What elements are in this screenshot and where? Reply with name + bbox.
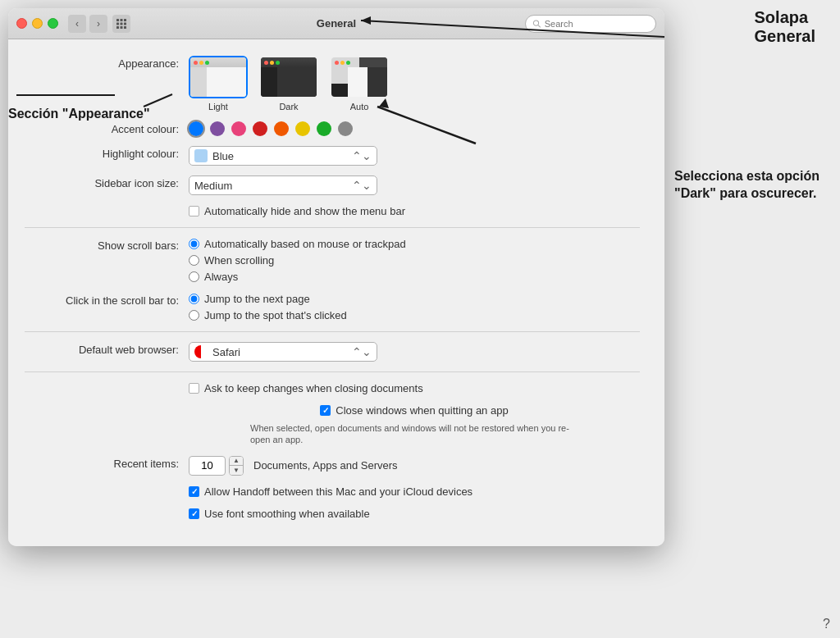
- appearance-options: Light: [189, 56, 640, 112]
- theme-light[interactable]: Light: [189, 56, 248, 112]
- ask-keep-checkbox[interactable]: [189, 383, 199, 394]
- theme-light-thumbnail[interactable]: [189, 56, 248, 98]
- svg-rect-2: [124, 19, 126, 21]
- separator-3: [25, 371, 640, 372]
- accent-red[interactable]: [253, 121, 267, 136]
- highlight-colour-content: Blue ⌃⌄: [189, 146, 640, 166]
- svg-rect-7: [121, 26, 123, 29]
- sidebar-icon-size-content: Medium ⌃⌄: [189, 175, 640, 195]
- forward-button[interactable]: ›: [89, 15, 107, 33]
- scroll-when-label: When scrolling: [204, 254, 274, 267]
- annotation-seccion: Sección "Appearance": [8, 107, 150, 121]
- scroll-jump-page-radio[interactable]: Jump to the next page: [189, 293, 347, 305]
- accent-colour-label: Accent colour:: [25, 121, 189, 135]
- svg-rect-3: [116, 22, 119, 25]
- font-smoothing-checkbox-row[interactable]: Use font smoothing when available: [189, 508, 370, 520]
- back-button[interactable]: ‹: [68, 15, 86, 33]
- font-smoothing-checkbox[interactable]: [189, 508, 199, 519]
- recent-items-input[interactable]: [189, 456, 226, 476]
- recent-items-arrows: ▲ ▼: [229, 456, 244, 476]
- svg-rect-4: [121, 22, 123, 25]
- safari-icon: [194, 345, 208, 358]
- click-scroll-bar-row: Click in the scroll bar to: Jump to the …: [8, 293, 640, 321]
- grid-button[interactable]: [112, 15, 130, 33]
- scroll-jump-page-input[interactable]: [189, 294, 199, 304]
- separator-2: [25, 331, 640, 332]
- scroll-when-scrolling-radio[interactable]: When scrolling: [189, 254, 406, 267]
- menu-bar-checkbox[interactable]: [189, 206, 199, 216]
- default-browser-row: Default web browser: Safari ⌃⌄: [8, 342, 640, 362]
- show-scroll-bars-row: Show scroll bars: Automatically based on…: [8, 238, 640, 283]
- close-windows-subtext: When selected, open documents and window…: [250, 422, 578, 446]
- recent-items-label: Recent items:: [25, 456, 189, 470]
- scroll-auto-input[interactable]: [189, 239, 199, 249]
- default-browser-dropdown[interactable]: Safari ⌃⌄: [189, 342, 377, 362]
- close-windows-checkbox-label: Close windows when quitting an app: [336, 404, 508, 417]
- theme-dark-label: Dark: [279, 102, 298, 112]
- default-browser-value: Safari: [212, 346, 240, 358]
- minimize-button[interactable]: [32, 18, 43, 29]
- sidebar-icon-size-label: Sidebar icon size:: [25, 175, 189, 189]
- accent-gray[interactable]: [338, 121, 353, 136]
- handoff-row: Allow Handoff between this Mac and your …: [8, 485, 640, 498]
- theme-dark[interactable]: Dark: [259, 56, 318, 112]
- appearance-label: Appearance:: [25, 56, 189, 70]
- separator-1: [25, 227, 640, 228]
- show-scroll-bars-content: Automatically based on mouse or trackpad…: [189, 238, 640, 283]
- highlight-colour-dropdown[interactable]: Blue ⌃⌄: [189, 146, 377, 166]
- highlight-colour-value: Blue: [212, 150, 234, 162]
- system-preferences-window: ‹ › General: [8, 8, 664, 546]
- theme-auto[interactable]: Auto: [330, 56, 389, 112]
- menu-bar-checkbox-label: Automatically hide and show the menu bar: [204, 205, 405, 217]
- sidebar-icon-size-dropdown[interactable]: Medium ⌃⌄: [189, 175, 377, 195]
- accent-purple[interactable]: [210, 121, 225, 136]
- ask-keep-row: Ask to keep changes when closing documen…: [8, 382, 640, 394]
- scroll-jump-spot-radio[interactable]: Jump to the spot that's clicked: [189, 309, 347, 321]
- font-smoothing-row: Use font smoothing when available: [8, 508, 640, 520]
- accent-yellow[interactable]: [295, 121, 310, 136]
- highlight-swatch: [194, 149, 208, 162]
- close-windows-checkbox[interactable]: [320, 405, 331, 416]
- maximize-button[interactable]: [48, 18, 58, 29]
- highlight-colour-label: Highlight colour:: [25, 146, 189, 160]
- accent-green[interactable]: [317, 121, 331, 136]
- highlight-colour-row: Highlight colour: Blue ⌃⌄: [8, 146, 640, 166]
- recent-items-stepper: ▲ ▼ Documents, Apps and Servers: [189, 456, 398, 476]
- scroll-always-input[interactable]: [189, 271, 199, 282]
- recent-items-content: ▲ ▼ Documents, Apps and Servers: [189, 456, 640, 476]
- svg-rect-6: [116, 26, 119, 29]
- scroll-always-radio[interactable]: Always: [189, 271, 406, 283]
- close-button[interactable]: [16, 18, 27, 29]
- theme-dark-thumbnail[interactable]: [259, 56, 318, 98]
- theme-auto-thumbnail[interactable]: [330, 56, 389, 98]
- recent-items-down[interactable]: ▼: [230, 466, 243, 475]
- handoff-content: Allow Handoff between this Mac and your …: [189, 485, 640, 498]
- search-input[interactable]: [545, 19, 649, 29]
- font-smoothing-checkbox-label: Use font smoothing when available: [204, 508, 370, 520]
- scroll-auto-label: Automatically based on mouse or trackpad: [204, 238, 406, 250]
- click-scroll-bar-content: Jump to the next page Jump to the spot t…: [189, 293, 640, 321]
- recent-items-up[interactable]: ▲: [230, 457, 243, 467]
- accent-blue[interactable]: [189, 121, 203, 136]
- scroll-when-input[interactable]: [189, 255, 199, 266]
- scroll-auto-radio[interactable]: Automatically based on mouse or trackpad: [189, 238, 406, 250]
- accent-pink[interactable]: [231, 121, 246, 136]
- close-windows-content: Close windows when quitting an app When …: [189, 404, 640, 446]
- menu-bar-checkbox-row[interactable]: Automatically hide and show the menu bar: [189, 205, 405, 217]
- help-question-mark[interactable]: ?: [823, 617, 830, 631]
- ask-keep-checkbox-label: Ask to keep changes when closing documen…: [204, 382, 423, 394]
- svg-rect-5: [124, 22, 126, 25]
- scroll-always-label: Always: [204, 271, 238, 283]
- scroll-jump-spot-input[interactable]: [189, 310, 199, 321]
- menu-bar-label: [25, 205, 189, 207]
- accent-orange[interactable]: [274, 121, 289, 136]
- accent-color-swatches: [189, 121, 353, 136]
- handoff-checkbox[interactable]: [189, 486, 199, 497]
- close-windows-checkbox-row[interactable]: Close windows when quitting an app: [320, 404, 508, 417]
- scroll-bars-radio-group: Automatically based on mouse or trackpad…: [189, 238, 406, 283]
- handoff-checkbox-row[interactable]: Allow Handoff between this Mac and your …: [189, 485, 472, 498]
- search-bar[interactable]: [525, 15, 656, 33]
- scroll-jump-spot-label: Jump to the spot that's clicked: [204, 309, 347, 321]
- titlebar: ‹ › General: [8, 8, 664, 39]
- ask-keep-checkbox-row[interactable]: Ask to keep changes when closing documen…: [189, 382, 423, 394]
